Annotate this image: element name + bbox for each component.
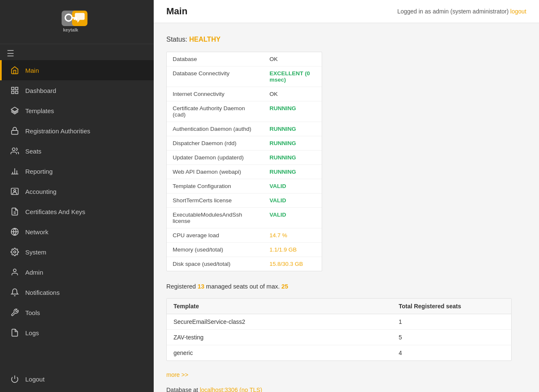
db-prefix: Database at — [166, 387, 200, 392]
status-row-value: RUNNING — [264, 165, 322, 179]
sidebar-label-accounting: Accounting — [25, 188, 145, 195]
status-row-label: Memory (used/total) — [167, 243, 264, 257]
status-row: Authentication Daemon (authd) RUNNING — [167, 122, 322, 136]
status-row: Internet Connectivity OK — [167, 87, 322, 101]
sidebar-item-logs[interactable]: Logs — [0, 323, 154, 343]
sidebar-label-admin: Admin — [25, 269, 145, 276]
status-row-value: RUNNING — [264, 122, 322, 136]
power-icon — [10, 374, 19, 384]
col-seats-header: Total Registered seats — [392, 299, 511, 314]
status-row-value: VALID — [264, 208, 322, 228]
db-value: localhost:3306 (no TLS) — [200, 387, 262, 392]
main-content: Main Logged in as admin (system administ… — [154, 0, 539, 392]
sidebar-item-certificates-and-keys[interactable]: Certificates And Keys — [0, 201, 154, 222]
lock-icon — [10, 126, 19, 135]
svg-rect-10 — [16, 87, 18, 90]
sidebar-item-registration-authorities[interactable]: Registration Authorities — [0, 121, 154, 141]
people-icon — [10, 146, 19, 156]
sidebar-label-templates: Templates — [25, 107, 145, 114]
sidebar-item-main[interactable]: Main — [0, 60, 154, 80]
status-row-label: Updater Daemon (updaterd) — [167, 151, 264, 164]
sidebar-label-dashboard: Dashboard — [25, 87, 145, 94]
status-table: Database OK Database Connectivity EXCELL… — [166, 52, 322, 271]
status-row: Updater Daemon (updaterd) RUNNING — [167, 151, 322, 165]
status-row-label: Database — [167, 52, 264, 66]
svg-point-15 — [12, 148, 15, 151]
sidebar-item-network[interactable]: Network — [0, 222, 154, 242]
sidebar-label-reg-auth: Registration Authorities — [25, 127, 145, 135]
sidebar-item-tools[interactable]: Tools — [0, 302, 154, 323]
status-row-label: Web API Daemon (webapi) — [167, 165, 264, 179]
user-info-text: Logged in as admin (system administrator… — [397, 8, 510, 15]
status-row-value: VALID — [264, 193, 322, 207]
sidebar-label-seats: Seats — [25, 148, 145, 155]
status-row-value: EXCELLENT (0 msec) — [264, 66, 322, 87]
status-row: Certificate Authority Daemon (cad) RUNNI… — [167, 101, 322, 122]
sidebar-item-logout[interactable]: Logout — [0, 369, 154, 392]
status-row-value: OK — [264, 52, 322, 66]
sidebar-item-system[interactable]: System — [0, 242, 154, 262]
sidebar-item-notifications[interactable]: Notifications — [0, 282, 154, 302]
status-row: Memory (used/total) 1.1/1.9 GB — [167, 243, 322, 257]
status-row-label: ShortTermCerts license — [167, 193, 264, 207]
sidebar-item-seats[interactable]: Seats — [0, 141, 154, 161]
sidebar-label-notifications: Notifications — [25, 289, 145, 296]
seats-prefix: Registered — [166, 283, 197, 290]
sidebar-label-network: Network — [25, 228, 145, 236]
status-row-label: Database Connectivity — [167, 66, 264, 87]
hamburger-button[interactable]: ☰ — [0, 44, 154, 60]
keytalk-logo: keytalk — [60, 8, 94, 36]
template-table-header: Template Total Registered seats — [167, 299, 511, 314]
status-row-value: RUNNING — [264, 151, 322, 164]
status-value: HEALTHY — [189, 36, 220, 43]
status-row-label: Disk space (used/total) — [167, 257, 264, 271]
content-area: Status: HEALTHY Database OK Database Con… — [154, 23, 539, 392]
logo-area: keytalk — [0, 0, 154, 44]
status-line: Status: HEALTHY — [166, 36, 526, 43]
layers-icon — [10, 106, 19, 115]
sidebar-item-templates[interactable]: Templates — [0, 101, 154, 121]
sidebar-item-dashboard[interactable]: Dashboard — [0, 80, 154, 101]
sidebar-item-accounting[interactable]: Accounting — [0, 181, 154, 201]
status-row: Database OK — [167, 52, 322, 66]
status-row-value: 1.1/1.9 GB — [264, 243, 322, 257]
status-prefix: Status: — [166, 36, 189, 43]
database-info: Database at localhost:3306 (no TLS) — [166, 387, 526, 392]
sidebar-item-reporting[interactable]: Reporting — [0, 161, 154, 181]
svg-text:keytalk: keytalk — [63, 27, 78, 32]
status-row-label: Dispatcher Daemon (rdd) — [167, 136, 264, 150]
status-row: Database Connectivity EXCELLENT (0 msec) — [167, 66, 322, 87]
status-row-value: 15.8/30.3 GB — [264, 257, 322, 271]
svg-rect-14 — [12, 130, 18, 134]
bell-icon — [10, 288, 19, 297]
sidebar-label-system: System — [25, 249, 145, 256]
wrench-icon — [10, 308, 19, 317]
status-row-value: RUNNING — [264, 136, 322, 150]
template-row: generic 4 — [167, 345, 511, 360]
svg-rect-12 — [16, 91, 18, 94]
status-row-value: OK — [264, 87, 322, 101]
home-icon — [10, 66, 19, 75]
more-link[interactable]: more >> — [166, 371, 188, 378]
sidebar-label-reporting: Reporting — [25, 168, 145, 175]
template-rows: SecureEmailService-class2 1 ZAV-testing … — [167, 314, 511, 360]
status-row: Web API Daemon (webapi) RUNNING — [167, 165, 322, 179]
status-row-label: CPU average load — [167, 228, 264, 242]
sidebar-label-tools: Tools — [25, 309, 145, 316]
template-row: SecureEmailService-class2 1 — [167, 314, 511, 330]
status-row-label: Internet Connectivity — [167, 87, 264, 101]
svg-point-27 — [13, 269, 16, 272]
template-name: ZAV-testing — [167, 330, 392, 345]
sidebar-label-logs: Logs — [25, 329, 145, 336]
sidebar-label-certs-keys: Certificates And Keys — [25, 208, 145, 215]
user-info: Logged in as admin (system administrator… — [397, 8, 526, 15]
status-row: ShortTermCerts license VALID — [167, 193, 322, 208]
template-table: Template Total Registered seats SecureEm… — [166, 298, 512, 361]
svg-point-26 — [14, 251, 16, 253]
logout-link[interactable]: logout — [510, 8, 526, 15]
status-row-value: VALID — [264, 179, 322, 193]
sidebar-item-admin[interactable]: Admin — [0, 262, 154, 282]
seats-mid: managed seats out of max. — [204, 283, 281, 290]
status-row-label: Template Configuration — [167, 179, 264, 193]
sidebar: keytalk ☰ Main Dashboard — [0, 0, 154, 392]
